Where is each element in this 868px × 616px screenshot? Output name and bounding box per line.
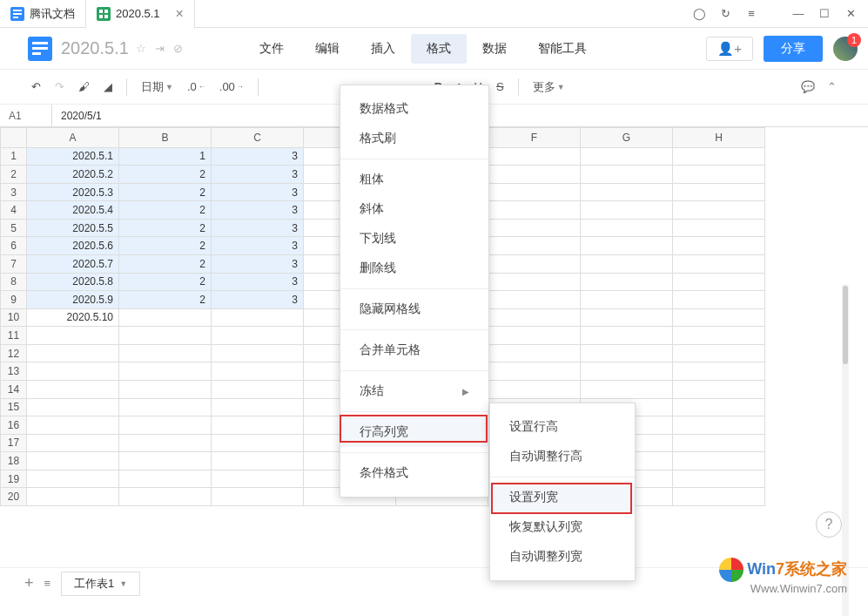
folder-icon[interactable]: ⇥ [155,42,165,55]
dd-merge[interactable]: 合并单元格 [340,335,488,365]
refresh-icon[interactable]: ↻ [718,7,732,20]
cell[interactable] [488,327,581,345]
more-button[interactable]: 更多 ▼ [533,79,565,95]
strike-button[interactable]: S [496,80,504,93]
cell[interactable] [27,327,119,345]
row-header[interactable]: 15 [1,398,27,416]
menu-tools[interactable]: 智能工具 [522,34,602,64]
cell[interactable] [212,327,304,345]
cell[interactable] [673,470,765,488]
row-header[interactable]: 17 [1,434,27,452]
dd-italic[interactable]: 斜体 [340,194,488,224]
cell[interactable] [488,166,581,184]
cell[interactable] [673,380,765,398]
cell[interactable] [581,291,673,309]
col-header[interactable]: F [488,128,581,148]
cell[interactable] [488,237,581,255]
cell[interactable] [673,237,765,255]
clear-format-icon[interactable]: ◢ [104,80,112,93]
row-header[interactable]: 5 [1,219,27,237]
dd-underline[interactable]: 下划线 [340,224,488,254]
col-header[interactable]: A [27,128,119,148]
cell[interactable] [581,308,673,327]
row-header[interactable]: 12 [1,344,27,362]
row-header[interactable]: 14 [1,380,27,398]
select-all-corner[interactable] [1,128,27,148]
cell[interactable] [212,452,304,470]
cell[interactable]: 3 [212,147,304,166]
cell[interactable] [673,327,765,345]
cell[interactable] [488,380,581,398]
cell[interactable] [673,344,765,362]
cell[interactable] [488,147,581,166]
cell[interactable] [581,237,673,255]
cell[interactable] [673,147,765,166]
cell[interactable] [212,308,304,327]
cell[interactable] [27,452,119,470]
row-header[interactable]: 3 [1,183,27,201]
menu-data[interactable]: 数据 [467,34,522,64]
add-sheet-icon[interactable]: + [24,574,34,592]
cell[interactable]: 3 [212,255,304,274]
row-header[interactable]: 8 [1,273,27,291]
dd-cond-format[interactable]: 条件格式 [340,458,488,488]
cell[interactable] [27,380,119,398]
cell[interactable]: 2 [119,183,212,201]
cell[interactable]: 3 [212,291,304,309]
row-header[interactable]: 16 [1,416,27,435]
close-icon[interactable]: × [176,6,184,22]
cell[interactable] [488,255,581,274]
cell[interactable] [673,166,765,184]
sheet-list-icon[interactable]: ≡ [44,577,51,590]
dd-set-row-height[interactable]: 设置行高 [490,412,635,442]
cell[interactable]: 2020.5.2 [27,166,119,184]
cell[interactable] [581,362,673,381]
cell[interactable] [119,380,212,398]
row-header[interactable]: 4 [1,201,27,220]
col-header[interactable]: C [212,128,304,148]
cell[interactable] [581,183,673,201]
row-header[interactable]: 13 [1,362,27,381]
cell[interactable]: 2020.5.9 [27,291,119,309]
cell[interactable] [488,273,581,291]
add-user-button[interactable]: 👤+ [706,37,753,61]
cell[interactable]: 2 [119,219,212,237]
cell[interactable]: 2020.5.5 [27,219,119,237]
globe-icon[interactable]: ◯ [692,7,706,20]
cell[interactable] [119,398,212,416]
cell[interactable] [673,201,765,220]
undo-icon[interactable]: ↶ [31,80,41,93]
cell[interactable] [119,470,212,488]
maximize-icon[interactable]: ☐ [818,7,831,20]
cell[interactable] [27,488,119,506]
cell[interactable] [581,380,673,398]
cell[interactable] [212,362,304,381]
dd-format-paint[interactable]: 格式刷 [340,124,488,153]
cell[interactable] [212,470,304,488]
dd-auto-row-height[interactable]: 自动调整行高 [490,442,635,471]
cell[interactable] [581,166,673,184]
redo-icon[interactable]: ↷ [55,80,64,93]
cell[interactable] [119,416,212,435]
cell[interactable] [673,362,765,381]
increase-decimal[interactable]: .00→ [219,80,244,93]
cell[interactable]: 2020.5.3 [27,183,119,201]
cell[interactable] [119,434,212,452]
cell[interactable]: 3 [212,183,304,201]
number-format-select[interactable]: 日期 ▼ [141,79,173,95]
cell[interactable] [581,327,673,345]
cell[interactable] [673,398,765,416]
cell[interactable] [212,380,304,398]
cell[interactable]: 2020.5.1 [27,147,119,166]
collapse-icon[interactable]: ⌃ [827,80,837,93]
cell[interactable] [27,434,119,452]
cell[interactable] [673,255,765,274]
cell-value[interactable]: 2020/5/1 [52,110,111,122]
cell[interactable] [673,183,765,201]
cell[interactable]: 2 [119,273,212,291]
cell[interactable] [673,291,765,309]
cell[interactable]: 2020.5.7 [27,255,119,274]
minimize-icon[interactable]: — [791,7,805,20]
cell[interactable] [212,416,304,435]
cell[interactable] [673,434,765,452]
